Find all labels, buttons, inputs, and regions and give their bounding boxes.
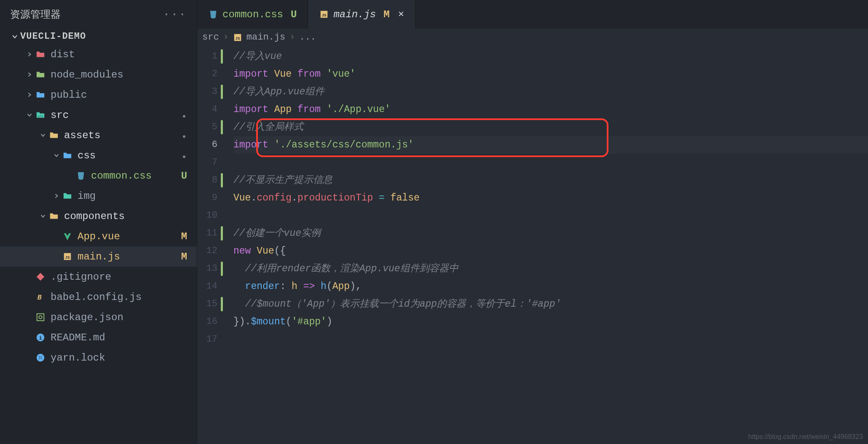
code-area[interactable]: 1234567891011121314151617 //导入vueimport … xyxy=(197,46,868,444)
line-number: 2 xyxy=(212,65,221,83)
git-gutter-mark xyxy=(221,331,225,348)
tree-item-yarn-lock[interactable]: yarn.lock xyxy=(0,348,197,368)
folder-red-icon xyxy=(35,50,46,59)
svg-text:B: B xyxy=(38,294,42,302)
svg-point-8 xyxy=(37,354,44,361)
svg-text:i: i xyxy=(39,335,42,341)
close-icon[interactable]: × xyxy=(398,9,404,20)
svg-text:JS: JS xyxy=(322,13,327,18)
svg-rect-4 xyxy=(37,314,44,321)
code-line-9: Vue.config.productionTip = false xyxy=(233,189,868,207)
vue-file-icon xyxy=(62,232,73,241)
more-icon[interactable]: ··· xyxy=(163,8,187,21)
breadcrumb-file: main.js xyxy=(246,32,285,43)
breadcrumb-tail: ... xyxy=(299,32,316,43)
git-file-icon xyxy=(35,272,46,281)
git-gutter xyxy=(221,46,225,444)
tree-item-babel-config-js[interactable]: Bbabel.config.js xyxy=(0,287,197,307)
git-gutter-mark xyxy=(221,242,225,260)
tree-item-components[interactable]: components xyxy=(0,206,197,226)
line-number: 1 xyxy=(212,48,221,65)
code-line-3: //导入App.vue组件 xyxy=(233,83,868,101)
code-line-15: //$mount（'App'）表示挂载一个id为app的容器，等价于el：'#a… xyxy=(233,295,868,313)
app-root: 资源管理器 ··· VUECLI-DEMO distnode_modulespu… xyxy=(0,0,868,444)
modified-dot-icon xyxy=(179,150,189,161)
code-line-12: new Vue({ xyxy=(233,242,868,260)
code-line-6: import './assets/css/common.js' xyxy=(233,136,868,154)
tree-item-label: node_modules xyxy=(51,69,179,80)
breadcrumb[interactable]: src › JS main.js › ... xyxy=(197,29,868,46)
tree-item-label: css xyxy=(78,150,179,161)
line-number: 5 xyxy=(212,118,221,136)
git-gutter-mark xyxy=(221,136,225,154)
line-number: 6 xyxy=(212,136,221,154)
project-name: VUECLI-DEMO xyxy=(20,31,86,42)
watermark: https://blog.csdn.net/weixin_44968323 xyxy=(748,433,863,441)
line-number: 16 xyxy=(206,313,221,331)
line-number: 14 xyxy=(206,278,221,295)
git-gutter-mark xyxy=(221,260,225,278)
code-line-1: //导入vue xyxy=(233,48,868,65)
folder-src-icon: </> xyxy=(35,110,46,120)
git-gutter-mark xyxy=(221,207,225,225)
folder-img-icon xyxy=(62,191,73,201)
git-gutter-mark xyxy=(221,65,225,83)
git-gutter-mark xyxy=(221,171,225,189)
js-file-icon: JS xyxy=(319,10,329,19)
tree-item-label: dist xyxy=(51,49,179,60)
chevron-down-icon xyxy=(24,112,35,118)
tree-item-assets[interactable]: assets xyxy=(0,125,197,145)
line-number: 3 xyxy=(212,83,221,101)
modified-dot-icon xyxy=(179,130,189,141)
tree-item-public[interactable]: public xyxy=(0,85,197,105)
line-number: 10 xyxy=(206,207,221,225)
code-line-2: import Vue from 'vue' xyxy=(233,65,868,83)
tree-item-dist[interactable]: dist xyxy=(0,44,197,64)
chevron-down-icon xyxy=(9,33,20,40)
chevron-right-icon: › xyxy=(223,32,229,43)
editor-tabs: common.cssUJSmain.jsM× xyxy=(197,0,868,29)
sidebar-title: 资源管理器 xyxy=(10,8,61,21)
tree-item-css[interactable]: css xyxy=(0,145,197,166)
tree-item-label: src xyxy=(51,110,179,121)
tree-item-img[interactable]: img xyxy=(0,186,197,206)
git-gutter-mark xyxy=(221,83,225,101)
tree-item-main-js[interactable]: JSmain.jsM xyxy=(0,246,197,267)
code-content[interactable]: //导入vueimport Vue from 'vue'//导入App.vue组… xyxy=(225,46,868,444)
tree-item-label: yarn.lock xyxy=(51,352,179,364)
tab-common-css[interactable]: common.cssU xyxy=(197,0,308,29)
code-line-7 xyxy=(233,154,868,171)
tree-item-package-json[interactable]: package.json xyxy=(0,307,197,327)
folder-css-icon xyxy=(62,151,73,160)
tree-item-label: .gitignore xyxy=(51,271,179,283)
babel-file-icon: B xyxy=(35,292,46,302)
git-gutter-mark xyxy=(221,118,225,136)
tree-item--gitignore[interactable]: .gitignore xyxy=(0,267,197,287)
css-file-icon xyxy=(208,10,218,19)
tree-item-app-vue[interactable]: App.vueM xyxy=(0,226,197,246)
line-number: 7 xyxy=(212,154,221,171)
tree-item-readme-md[interactable]: iREADME.md xyxy=(0,327,197,348)
git-status-modified: M xyxy=(179,251,189,262)
sidebar: 资源管理器 ··· VUECLI-DEMO distnode_modulespu… xyxy=(0,0,197,444)
tree-item-src[interactable]: </>src xyxy=(0,105,197,125)
tab-label: main.js xyxy=(333,9,376,20)
git-status-modified: M xyxy=(179,231,189,242)
tree-item-label: babel.config.js xyxy=(51,292,179,303)
code-line-8: //不显示生产提示信息 xyxy=(233,171,868,189)
breadcrumb-src: src xyxy=(202,32,219,43)
git-gutter-mark xyxy=(221,225,225,242)
line-number: 11 xyxy=(206,225,221,242)
line-number: 4 xyxy=(212,101,221,118)
code-line-5: //引入全局样式 xyxy=(233,118,868,136)
editor: common.cssUJSmain.jsM× src › JS main.js … xyxy=(197,0,868,444)
folder-assets-icon xyxy=(48,131,60,140)
chevron-right-icon: › xyxy=(289,32,295,43)
git-gutter-mark xyxy=(221,101,225,118)
tree-item-node-modules[interactable]: node_modules xyxy=(0,64,197,85)
git-gutter-mark xyxy=(221,313,225,331)
project-section-header[interactable]: VUECLI-DEMO xyxy=(0,29,197,44)
tree-item-label: package.json xyxy=(51,312,179,323)
tab-main-js[interactable]: JSmain.jsM× xyxy=(308,0,415,29)
tree-item-common-css[interactable]: common.cssU xyxy=(0,166,197,186)
